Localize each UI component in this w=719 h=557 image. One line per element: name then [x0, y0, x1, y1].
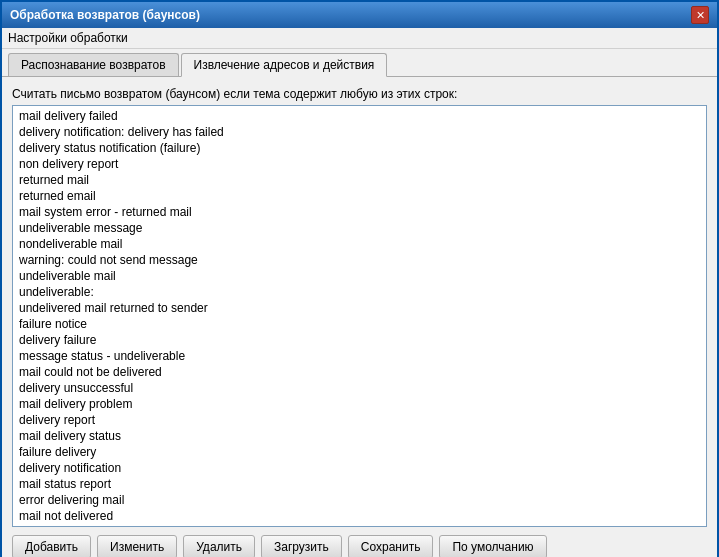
list-item[interactable]: mail delivery status	[17, 428, 702, 444]
list-item[interactable]: warning: could not send message	[17, 252, 702, 268]
add-button[interactable]: Добавить	[12, 535, 91, 557]
main-window: Обработка возвратов (баунсов) ✕ Настройк…	[0, 0, 719, 557]
list-item[interactable]: mail delivery problem	[17, 396, 702, 412]
tabs-container: Распознавание возвратов Извлечение адрес…	[2, 49, 717, 77]
list-item[interactable]: non delivery report	[17, 156, 702, 172]
default-button[interactable]: По умолчанию	[439, 535, 546, 557]
edit-button[interactable]: Изменить	[97, 535, 177, 557]
list-item[interactable]: delivery notification	[17, 460, 702, 476]
list-item[interactable]: mail could not be delivered	[17, 364, 702, 380]
list-item[interactable]: failure notice	[17, 316, 702, 332]
list-item[interactable]: delivery unsuccessful	[17, 380, 702, 396]
list-item[interactable]: nondeliverable mail	[17, 236, 702, 252]
list-item[interactable]: undeliverable message	[17, 220, 702, 236]
titlebar: Обработка возвратов (баунсов) ✕	[2, 2, 717, 28]
action-buttons-row: Добавить Изменить Удалить Загрузить Сохр…	[12, 535, 707, 557]
list-item[interactable]: delivery report	[17, 412, 702, 428]
list-item[interactable]: error delivering mail	[17, 492, 702, 508]
load-button[interactable]: Загрузить	[261, 535, 342, 557]
list-item[interactable]: undeliverable:	[17, 284, 702, 300]
list-item[interactable]: undeliverable mail	[17, 268, 702, 284]
menu-item-settings[interactable]: Настройки обработки	[8, 31, 128, 45]
list-item[interactable]: mail system error - returned mail	[17, 204, 702, 220]
list-item[interactable]: returned email	[17, 188, 702, 204]
tab-recognition[interactable]: Распознавание возвратов	[8, 53, 179, 76]
list-item[interactable]: mail not delivered	[17, 508, 702, 524]
list-item[interactable]: delivery notification: delivery has fail…	[17, 124, 702, 140]
tab-extraction[interactable]: Извлечение адресов и действия	[181, 53, 388, 77]
menu-bar: Настройки обработки	[2, 28, 717, 49]
list-section: Считать письмо возвратом (баунсом) если …	[12, 87, 707, 527]
close-button[interactable]: ✕	[691, 6, 709, 24]
list-item[interactable]: message status - undeliverable	[17, 348, 702, 364]
list-item[interactable]: delivery failure	[17, 332, 702, 348]
list-item[interactable]: mail status report	[17, 476, 702, 492]
list-item[interactable]: undelivered mail returned to sender	[17, 300, 702, 316]
list-item[interactable]: mail delivery failed	[17, 108, 702, 124]
save-button[interactable]: Сохранить	[348, 535, 434, 557]
main-content: Считать письмо возвратом (баунсом) если …	[2, 77, 717, 557]
window-title: Обработка возвратов (баунсов)	[10, 8, 200, 22]
list-box-container: mail delivery faileddelivery notificatio…	[12, 105, 707, 527]
list-box[interactable]: mail delivery faileddelivery notificatio…	[13, 106, 706, 526]
delete-button[interactable]: Удалить	[183, 535, 255, 557]
list-item[interactable]: delivery status notification (failure)	[17, 140, 702, 156]
section-label: Считать письмо возвратом (баунсом) если …	[12, 87, 707, 101]
list-item[interactable]: returned mail	[17, 172, 702, 188]
list-item[interactable]: failure delivery	[17, 444, 702, 460]
